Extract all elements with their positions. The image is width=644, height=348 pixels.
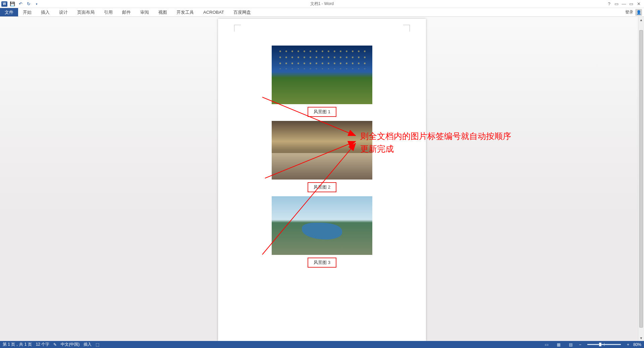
- zoom-in-button[interactable]: +: [627, 342, 629, 347]
- save-icon[interactable]: 💾: [9, 1, 15, 7]
- word-app-icon: W: [1, 1, 7, 7]
- tab-layout[interactable]: 页面布局: [72, 8, 99, 16]
- image-landscape-1[interactable]: [272, 46, 372, 104]
- tab-design[interactable]: 设计: [54, 8, 72, 16]
- caption-1[interactable]: 风景图 1: [308, 107, 336, 117]
- view-print-layout-icon[interactable]: ▦: [555, 342, 563, 347]
- status-insert-mode[interactable]: 插入: [84, 342, 92, 347]
- restore-button[interactable]: ▭: [628, 1, 635, 7]
- tab-baidu[interactable]: 百度网盘: [229, 8, 256, 16]
- zoom-level[interactable]: 80%: [633, 342, 641, 347]
- figure-block-1: 风景图 1: [272, 46, 372, 117]
- tab-mailings[interactable]: 邮件: [117, 8, 136, 16]
- status-page[interactable]: 第 1 页，共 1 页: [3, 342, 32, 347]
- tab-references[interactable]: 引用: [99, 8, 117, 16]
- scroll-up-icon[interactable]: ▲: [638, 17, 644, 23]
- proofing-icon[interactable]: ✎: [53, 342, 57, 347]
- document-title: 文档1 - Word: [310, 1, 334, 7]
- figure-block-3: 风景图 3: [272, 196, 372, 268]
- figure-block-2: 风景图 2: [272, 121, 372, 192]
- quick-access-toolbar: W 💾 ↶ ↻ ▾: [0, 1, 40, 7]
- scroll-thumb[interactable]: [639, 30, 643, 328]
- document-area[interactable]: 风景图 1 风景图 2 风景图 3: [0, 17, 644, 341]
- close-button[interactable]: ✕: [635, 1, 642, 7]
- minimize-button[interactable]: —: [621, 1, 627, 7]
- tab-view[interactable]: 视图: [154, 8, 172, 16]
- user-avatar-icon[interactable]: 👤: [635, 9, 642, 16]
- image-landscape-2[interactable]: [272, 121, 372, 180]
- zoom-slider[interactable]: [587, 344, 621, 345]
- caption-2[interactable]: 风景图 2: [308, 182, 336, 192]
- titlebar: W 💾 ↶ ↻ ▾ 文档1 - Word ? ▭ — ▭ ✕: [0, 0, 644, 8]
- view-web-layout-icon[interactable]: ▤: [567, 342, 575, 347]
- image-landscape-3[interactable]: [272, 196, 372, 255]
- scroll-down-icon[interactable]: ▼: [638, 335, 644, 341]
- window-controls: ? ▭ — ▭ ✕: [606, 1, 644, 7]
- help-button[interactable]: ?: [606, 1, 612, 7]
- status-word-count[interactable]: 12 个字: [36, 342, 50, 347]
- tab-developer[interactable]: 开发工具: [172, 8, 199, 16]
- macro-record-icon[interactable]: ⬚: [96, 342, 99, 347]
- undo-icon[interactable]: ↶: [17, 1, 23, 7]
- ribbon-tabs: 文件 开始 插入 设计 页面布局 引用 邮件 审阅 视图 开发工具 ACROBA…: [0, 8, 644, 17]
- page: 风景图 1 风景图 2 风景图 3: [218, 19, 426, 341]
- margin-crop-top-right: [403, 25, 410, 31]
- view-read-mode-icon[interactable]: ▭: [543, 342, 551, 347]
- tab-review[interactable]: 审阅: [136, 8, 154, 16]
- ribbon-display-options-button[interactable]: ▭: [613, 1, 620, 7]
- margin-crop-top-left: [234, 25, 241, 31]
- tab-acrobat[interactable]: ACROBAT: [199, 8, 229, 16]
- zoom-slider-thumb[interactable]: [599, 343, 601, 346]
- tab-insert[interactable]: 插入: [36, 8, 54, 16]
- zoom-out-button[interactable]: −: [579, 342, 581, 347]
- caption-3[interactable]: 风景图 3: [308, 258, 336, 268]
- page-content: 风景图 1 风景图 2 风景图 3: [238, 46, 406, 268]
- signin-link[interactable]: 登录: [625, 9, 633, 15]
- tab-home[interactable]: 开始: [18, 8, 36, 16]
- redo-icon[interactable]: ↻: [25, 1, 32, 7]
- tab-file[interactable]: 文件: [0, 8, 18, 16]
- status-bar: 第 1 页，共 1 页 12 个字 ✎ 中文(中国) 插入 ⬚ ▭ ▦ ▤ − …: [0, 341, 644, 348]
- status-language[interactable]: 中文(中国): [61, 342, 79, 347]
- qat-customize-icon[interactable]: ▾: [34, 1, 40, 7]
- vertical-scrollbar[interactable]: ▲ ▼: [638, 17, 644, 341]
